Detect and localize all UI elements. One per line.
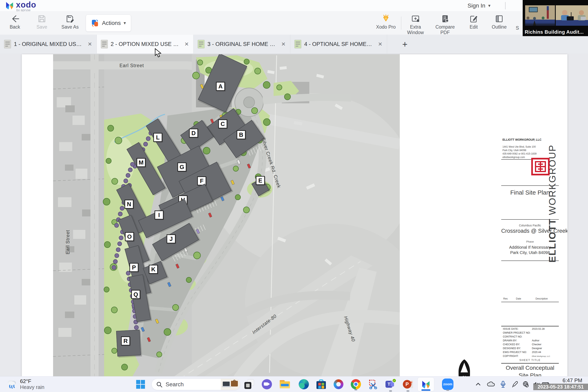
weather-desc: Heavy rain bbox=[20, 384, 44, 390]
firm-address-1: 1441 West Ute Blvd, Suite 100 bbox=[502, 145, 542, 149]
tab-close-icon[interactable]: ✕ bbox=[86, 40, 94, 48]
document-type: Final Site Plan bbox=[501, 189, 559, 196]
tab-thumbnail-icon bbox=[198, 40, 204, 48]
building-label: C bbox=[218, 120, 227, 128]
compare-pdf-button[interactable]: Compare PDF bbox=[432, 14, 458, 35]
windows-taskbar: 62°F Heavy rain Search bbox=[0, 376, 588, 392]
active-app-indicator bbox=[422, 389, 430, 391]
microphone-icon[interactable] bbox=[498, 380, 508, 389]
north-compass-icon: N bbox=[457, 359, 472, 376]
extra-window-button[interactable]: Extra Window bbox=[402, 14, 429, 35]
phase-line-1: Additional If Necessary bbox=[501, 245, 559, 250]
building-label: G bbox=[178, 162, 186, 172]
save-as-button[interactable]: Save As bbox=[57, 14, 83, 30]
search-tool-clipped-label[interactable]: S bbox=[516, 25, 519, 31]
tab-close-icon[interactable]: ✕ bbox=[376, 40, 384, 48]
building-label: K bbox=[149, 265, 158, 274]
file-explorer-icon[interactable] bbox=[279, 378, 290, 390]
description-column: Description bbox=[536, 297, 548, 300]
building-label: Q bbox=[131, 290, 140, 299]
weather-temp: 62°F bbox=[20, 378, 44, 384]
tab-label: 2 - OPTION MIXED USE PLAN bbox=[111, 41, 180, 47]
actions-icon bbox=[91, 19, 99, 27]
document-tab[interactable]: 4 - OPTIONAL SF HOME PL... ✕ bbox=[290, 35, 387, 54]
microsoft-365-icon[interactable] bbox=[333, 378, 344, 390]
pdf-page: A C B D L bbox=[22, 54, 568, 376]
titlebar-separator bbox=[505, 2, 506, 10]
building-label: B bbox=[237, 130, 246, 139]
info-row: CHECKED BY: Checker bbox=[503, 343, 558, 347]
snipping-tool-icon[interactable] bbox=[368, 378, 379, 390]
chevron-down-icon: ▾ bbox=[124, 20, 126, 26]
add-tab-button[interactable]: + bbox=[398, 35, 412, 54]
site-plan-map: A C B D L bbox=[53, 54, 400, 376]
pen-icon[interactable] bbox=[510, 380, 520, 389]
document-viewport[interactable]: A C B D L bbox=[0, 54, 588, 376]
save-as-icon bbox=[66, 14, 74, 23]
weather-widget[interactable]: 62°F Heavy rain bbox=[6, 378, 44, 390]
diamond-pro-icon bbox=[382, 14, 390, 23]
info-row: COPYRIGHT: Elliott Workgroup, LLC bbox=[503, 355, 558, 358]
document-tab[interactable]: 2 - OPTION MIXED USE PLAN ✕ bbox=[97, 35, 194, 54]
start-button[interactable] bbox=[135, 378, 146, 390]
building-label: M bbox=[136, 158, 146, 167]
meeting-video-overlay[interactable]: Richins Building Audit... bbox=[523, 0, 588, 36]
sheet-title-block: ELLIOTT WORKGROUP ELLIOTT WORKGROUP, LLC… bbox=[501, 57, 559, 376]
phase-label: Phase bbox=[501, 240, 559, 243]
edit-button[interactable]: Edit bbox=[460, 14, 487, 30]
info-row: EWG PROJECT NO: 2020.44 bbox=[503, 351, 558, 355]
xodo-app-icon-active[interactable] bbox=[418, 377, 434, 392]
recording-timestamp-overlay: 2023-05-23 18:47:51 bbox=[533, 384, 588, 390]
mouse-cursor bbox=[154, 48, 162, 58]
tab-label: 4 - OPTIONAL SF HOME PL... bbox=[304, 41, 374, 47]
building-label: E bbox=[256, 176, 265, 185]
tab-label: 3 - ORIGINAL SF HOME PLAN bbox=[208, 41, 277, 47]
powerpoint-app-icon[interactable]: P bbox=[402, 378, 414, 390]
chevron-down-icon: ▾ bbox=[488, 3, 490, 8]
toolbar-separator bbox=[401, 16, 402, 30]
zoom-app-icon[interactable]: zoom bbox=[442, 378, 454, 390]
video-caption: Richins Building Audit... bbox=[525, 29, 584, 35]
rain-cloud-icon bbox=[6, 379, 17, 389]
outline-button[interactable]: Outline bbox=[486, 14, 512, 30]
document-tab[interactable]: 1 - ORIGINAL MIXED USE PL... ✕ bbox=[0, 35, 97, 54]
taskbar-clock[interactable]: 6:47 PM bbox=[562, 377, 582, 384]
compass-n: N bbox=[463, 375, 466, 376]
building-label: J bbox=[166, 234, 176, 243]
back-button[interactable]: Back bbox=[2, 14, 28, 30]
date-column: Date bbox=[516, 297, 521, 300]
search-icon bbox=[156, 382, 162, 388]
sign-in-label: Sign In bbox=[468, 2, 485, 9]
search-input[interactable]: Search bbox=[152, 378, 240, 390]
teams-app-icon[interactable]: T ✓ bbox=[385, 378, 396, 390]
tray-chevron-up-icon[interactable] bbox=[474, 380, 483, 389]
xodo-pro-button[interactable]: Xodo Pro bbox=[372, 14, 399, 30]
firm-phone: 435-649-0082 or 801-415-1839 bbox=[502, 152, 542, 156]
onedrive-cloud-icon[interactable] bbox=[486, 380, 495, 389]
save-floppy-icon bbox=[38, 14, 46, 23]
info-row: DESIGNED BY: Designer bbox=[503, 347, 558, 351]
compare-pdf-icon bbox=[441, 14, 449, 23]
tab-thumbnail-icon bbox=[101, 40, 108, 48]
actions-button[interactable]: Actions ▾ bbox=[86, 14, 131, 32]
edit-pencil-icon bbox=[470, 14, 478, 23]
document-tab[interactable]: 3 - ORIGINAL SF HOME PLAN ✕ bbox=[194, 35, 290, 54]
building-label: I bbox=[154, 210, 164, 220]
globe-offline-icon[interactable] bbox=[521, 380, 530, 389]
street-label: Earl Street bbox=[65, 230, 71, 254]
tab-close-icon[interactable]: ✕ bbox=[280, 40, 287, 48]
elliott-workgroup-logo bbox=[531, 158, 550, 176]
brand-text: xodo bbox=[16, 1, 36, 8]
microsoft-store-icon[interactable] bbox=[316, 378, 327, 390]
sign-in-button[interactable]: Sign In ▾ bbox=[468, 2, 490, 9]
xodo-logo: xodo by apryse bbox=[5, 1, 36, 12]
chat-video-app-icon[interactable] bbox=[261, 378, 272, 390]
save-button[interactable]: Save bbox=[28, 14, 55, 30]
edge-browser-icon[interactable] bbox=[298, 378, 310, 390]
tab-close-icon[interactable]: ✕ bbox=[183, 40, 190, 48]
widgets-app-icon[interactable] bbox=[243, 378, 255, 390]
building-label: R bbox=[121, 336, 130, 346]
main-toolbar: Back Save Save As Actions ▾ Xodo Pro Ext… bbox=[0, 12, 588, 35]
chrome-browser-icon[interactable] bbox=[350, 378, 362, 390]
project-info-table: ISSUE DATE: 2023.02.28 OWNER PROJECT NO:… bbox=[503, 328, 558, 358]
